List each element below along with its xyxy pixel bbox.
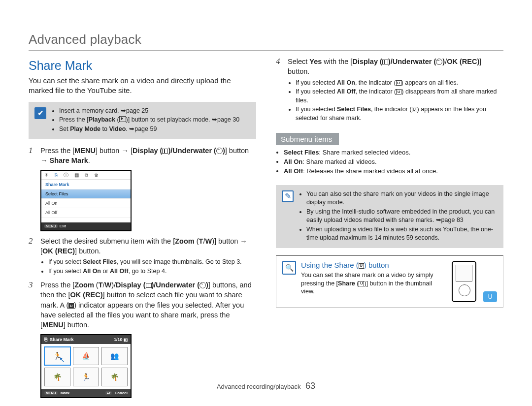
playback-icon bbox=[119, 116, 126, 122]
note-item: You can also set the share mark on your … bbox=[306, 190, 498, 207]
page-footer: Advanced recording/playback 63 bbox=[0, 381, 532, 391]
thumbnail-item: 👥 bbox=[101, 347, 128, 366]
thumbnail-item: ⛵ bbox=[73, 347, 99, 366]
step-number: 2 bbox=[29, 236, 35, 277]
step-body: Press the [Zoom (T/W)/Display ()/Underwa… bbox=[40, 280, 256, 330]
check-icon: ✔ bbox=[34, 107, 46, 119]
prerequisite-list: Insert a memory card. ➥page 25 Press the… bbox=[51, 107, 239, 134]
display-icon bbox=[162, 149, 168, 154]
screenshot2-title: Share Mark bbox=[50, 337, 74, 342]
step-note: If you selected All Off, the indicator (… bbox=[296, 88, 503, 105]
back-pill: ⮐ bbox=[105, 391, 112, 395]
screenshot-footer: MENU Exit bbox=[41, 222, 131, 230]
submenu-item: All On: Share marked all videos. bbox=[284, 157, 503, 166]
sun-icon: ☀ bbox=[44, 172, 49, 178]
note-item: When uploading a video file to a web sit… bbox=[306, 225, 498, 243]
screenshot2-count: 1/10 bbox=[114, 337, 123, 342]
share-indicator-icon bbox=[359, 281, 364, 286]
battery-icon: ▮▯ bbox=[124, 338, 128, 342]
breadcrumb: Advanced playback bbox=[29, 32, 503, 51]
delete-icon: 🗑 bbox=[94, 172, 99, 178]
step-4: 4 Select Yes with the [Display ()/Underw… bbox=[276, 57, 503, 123]
step-body: Press the [MENU] button → [Display ()/Un… bbox=[40, 146, 256, 166]
cursor-icon: ↖ bbox=[59, 356, 65, 364]
display-icon bbox=[382, 60, 388, 64]
menu-screenshot: ☀ ⎘ ⓘ ▦ ⧉ 🗑 Share Mark Select Files All … bbox=[40, 170, 132, 231]
footer-cancel-label: Cancel bbox=[115, 391, 128, 395]
display-icon bbox=[146, 283, 152, 288]
tip-title: Using the Share () button bbox=[301, 261, 443, 269]
menu-item-all-off: All Off bbox=[41, 208, 131, 218]
prerequisite-box: ✔ Insert a memory card. ➥page 25 Press t… bbox=[29, 102, 256, 139]
footer-text: Advanced recording/playback bbox=[217, 383, 301, 390]
share-indicator-icon bbox=[68, 303, 74, 309]
step-2: 2 Select the desired submenu item with t… bbox=[29, 236, 256, 277]
share-mark-icon: ⎘ bbox=[55, 172, 58, 178]
share-button-illustration: U bbox=[483, 291, 497, 302]
submenu-item: All Off: Releases the share marked video… bbox=[284, 167, 503, 176]
step-note: If you selected Select Files, the indica… bbox=[296, 105, 503, 123]
right-column: 4 Select Yes with the [Display ()/Underw… bbox=[276, 57, 503, 401]
tip-box: 🔍 Using the Share () button You can set … bbox=[276, 255, 503, 308]
share-indicator-icon bbox=[359, 263, 364, 269]
step-body: Select the desired submenu item with the… bbox=[40, 236, 256, 277]
step-note: If you select Select Files, you will see… bbox=[48, 258, 256, 267]
info-icon: ⓘ bbox=[64, 172, 68, 179]
note-item: By using the Intelli-studio software emb… bbox=[306, 208, 498, 225]
share-indicator-icon bbox=[412, 107, 417, 112]
step-number: 3 bbox=[29, 280, 35, 330]
prereq-item: Set Play Mode to Video. ➥page 59 bbox=[59, 125, 239, 134]
step-body: Select Yes with the [Display ()/Underwat… bbox=[288, 57, 503, 123]
info-note-list: You can also set the share mark on your … bbox=[299, 190, 498, 243]
section-title: Share Mark bbox=[29, 59, 256, 73]
step-number: 4 bbox=[276, 57, 283, 123]
share-indicator-icon bbox=[396, 89, 401, 94]
tip-body: You can set the share mark on a video by… bbox=[301, 271, 443, 296]
footer-mark-label: Mark bbox=[61, 391, 70, 395]
info-note-box: ✎ You can also set the share mark on you… bbox=[276, 185, 503, 248]
menu-item-all-on: All On bbox=[41, 199, 131, 208]
underwater-icon bbox=[216, 148, 223, 154]
step-note: If you select All On or All Off, go to S… bbox=[48, 267, 256, 276]
menu-pill: MENU bbox=[44, 224, 58, 228]
menu-pill: MENU bbox=[44, 391, 58, 395]
page-number: 63 bbox=[305, 381, 315, 391]
pencil-icon: ✎ bbox=[282, 190, 294, 202]
step-note: If you selected All On, the indicator ()… bbox=[296, 79, 503, 88]
left-column: Share Mark You can set the share mark on… bbox=[29, 57, 256, 401]
screenshot-title: Share Mark bbox=[41, 180, 131, 189]
prereq-item: Insert a memory card. ➥page 25 bbox=[59, 107, 239, 116]
thumbnail-item: 🏃↖ bbox=[44, 347, 70, 366]
underwater-icon bbox=[200, 282, 206, 288]
screenshot-toolbar: ☀ ⎘ ⓘ ▦ ⧉ 🗑 bbox=[41, 171, 131, 180]
step-number: 1 bbox=[29, 146, 35, 166]
grid-icon: ▦ bbox=[74, 172, 79, 178]
magnifier-icon: 🔍 bbox=[282, 261, 296, 275]
submenu-item: Select Files: Share marked selected vide… bbox=[284, 148, 503, 157]
footer-exit-label: Exit bbox=[60, 224, 66, 228]
step-3: 3 Press the [Zoom (T/W)/Display ()/Under… bbox=[29, 280, 256, 330]
step-1: 1 Press the [MENU] button → [Display ()/… bbox=[29, 146, 256, 166]
submenu-list: Select Files: Share marked selected vide… bbox=[276, 148, 503, 176]
share-indicator-icon bbox=[396, 80, 401, 86]
underwater-icon bbox=[436, 59, 442, 65]
prereq-item: Press the [Playback ()] button to set pl… bbox=[59, 116, 239, 125]
intro-text: You can set the share mark on a video an… bbox=[29, 76, 256, 96]
device-illustration bbox=[452, 261, 476, 302]
submenu-header: Submenu items bbox=[276, 133, 339, 145]
copy-icon: ⧉ bbox=[85, 172, 88, 178]
menu-item-select-files: Select Files bbox=[41, 189, 131, 199]
